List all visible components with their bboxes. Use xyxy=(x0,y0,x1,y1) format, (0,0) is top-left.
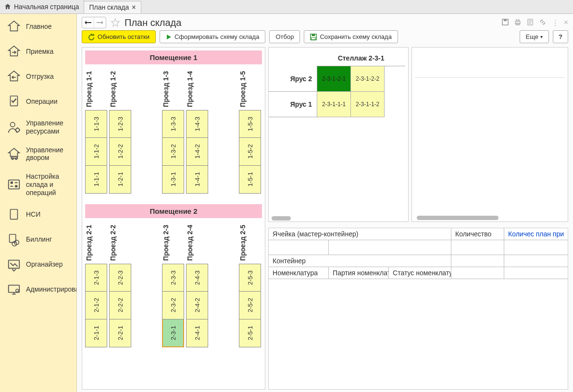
svg-rect-15 xyxy=(9,285,20,292)
tier-cell[interactable]: 2-3-1-2-2 xyxy=(351,66,385,91)
save-scheme-label: Сохранить схему склада xyxy=(320,33,391,40)
save-icon[interactable] xyxy=(501,18,509,27)
sidebar-item-5[interactable]: Управление двором xyxy=(0,141,76,168)
sidebar-item-label: Настройка склада и операций xyxy=(26,172,70,196)
rack-cell[interactable]: 2-5-2 xyxy=(239,292,261,319)
rack-cell[interactable]: 1-5-2 xyxy=(239,138,261,166)
sidebar-item-7[interactable]: ₽НСИ xyxy=(0,202,76,227)
rack-cell[interactable]: 1-5-3 xyxy=(239,110,261,138)
generate-button[interactable]: Сформировать схему склада xyxy=(160,30,266,43)
col-batch[interactable]: Партия номенклатуры xyxy=(329,267,389,279)
house-truck-icon xyxy=(7,147,21,161)
tier-cell[interactable]: 2-3-1-1-2 xyxy=(351,92,385,117)
save-scheme-button[interactable]: Сохранить схему склада xyxy=(304,30,398,43)
rack-cell[interactable]: 2-2-1 xyxy=(109,319,131,347)
rack-cell[interactable]: 2-2-2 xyxy=(109,292,131,319)
rack-cell[interactable]: 2-4-2 xyxy=(186,292,208,319)
house-out-icon xyxy=(7,69,21,84)
sidebar-item-6[interactable]: Настройка склада и операций xyxy=(0,167,76,202)
more-button[interactable]: Еще xyxy=(520,30,549,43)
tier-cell[interactable]: 2-3-1-1-1 xyxy=(317,92,351,117)
col-qty-plan[interactable]: Количес план при xyxy=(504,228,568,240)
filter-button[interactable]: Отбор xyxy=(269,30,300,43)
rack-cell[interactable]: 1-1-1 xyxy=(85,166,107,194)
rack-title: Стеллаж 2-3-1 xyxy=(317,50,405,66)
rack-cell[interactable]: 2-3-2 xyxy=(162,292,184,319)
refresh-icon xyxy=(88,34,95,40)
rack-cell[interactable]: 1-2-3 xyxy=(109,110,131,138)
rack-cell[interactable]: 1-4-1 xyxy=(186,166,208,194)
rack-cell[interactable]: 1-4-2 xyxy=(186,138,208,166)
sidebar-item-4[interactable]: Управление ресурсами xyxy=(0,114,76,141)
sidebar-item-label: Приемка xyxy=(26,48,53,56)
sidebar-item-8[interactable]: Биллинг xyxy=(0,227,76,252)
star-icon[interactable] xyxy=(110,17,121,28)
aisle-label: Проезд 2-5 xyxy=(239,222,261,264)
close-page-icon[interactable]: × xyxy=(564,18,568,27)
nav-forward-button[interactable] xyxy=(94,17,106,28)
rack-cell[interactable]: 2-5-1 xyxy=(239,319,261,347)
rack-cell[interactable]: 1-3-3 xyxy=(162,110,184,138)
svg-rect-20 xyxy=(516,20,519,21)
rack-cell[interactable]: 2-1-2 xyxy=(85,292,107,319)
refresh-button[interactable]: Обновить остатки xyxy=(82,30,156,43)
rack-cell[interactable]: 2-1-3 xyxy=(85,264,107,292)
col-cell[interactable]: Ячейка (мастер-контейнер) xyxy=(269,228,451,240)
sidebar-item-2[interactable]: Отгрузка xyxy=(0,64,76,89)
tier-label: Ярус 1 xyxy=(269,92,317,117)
help-button[interactable]: ? xyxy=(553,30,568,43)
aisle-label: Проезд 2-2 xyxy=(109,222,131,264)
svg-point-16 xyxy=(16,289,19,292)
aisle-label: Проезд 1-5 xyxy=(239,68,261,110)
sidebar-item-10[interactable]: Администрирование xyxy=(0,277,76,302)
sidebar-item-label: Органайзер xyxy=(26,260,62,269)
monitor-gear-icon xyxy=(7,282,21,297)
plan-panel[interactable]: Помещение 1Проезд 1-1Проезд 1-2Проезд 1-… xyxy=(82,47,265,390)
rack-cell[interactable]: 2-4-1 xyxy=(186,319,208,347)
rack-cell[interactable]: 1-3-2 xyxy=(162,138,184,166)
tab-page[interactable]: План склада × xyxy=(84,1,141,13)
print-icon[interactable] xyxy=(514,18,522,27)
sidebar-item-3[interactable]: Операции xyxy=(0,89,76,114)
rack-cell[interactable]: 2-3-3 xyxy=(162,264,184,292)
home-icon xyxy=(4,3,12,11)
more-label: Еще xyxy=(526,33,538,40)
tab-home[interactable]: Начальная страница xyxy=(0,0,84,13)
horizontal-scrollbar[interactable] xyxy=(269,215,408,221)
rack-cell[interactable]: 1-1-3 xyxy=(85,110,107,138)
home-icon xyxy=(7,19,21,34)
rack-cell[interactable]: 2-2-3 xyxy=(109,264,131,292)
rack-panel: Стеллаж 2-3-1Ярус 22-3-1-2-12-3-1-2-2Яру… xyxy=(268,47,409,222)
sidebar: ГлавноеПриемкаОтгрузкаОперацииУправление… xyxy=(0,14,77,392)
rack-cell[interactable]: 2-4-3 xyxy=(186,264,208,292)
tier-cell[interactable]: 2-3-1-2-1 xyxy=(317,66,351,91)
rack-cell[interactable]: 1-2-2 xyxy=(109,138,131,166)
tier-label: Ярус 2 xyxy=(269,66,317,92)
nav-back-button[interactable] xyxy=(82,17,94,28)
rack-cell[interactable]: 2-3-1 xyxy=(162,319,184,347)
col-container[interactable]: Контейнер xyxy=(269,255,451,267)
sidebar-item-1[interactable]: Приемка xyxy=(0,39,76,64)
close-icon[interactable]: × xyxy=(132,3,136,11)
sidebar-item-9[interactable]: Органайзер xyxy=(0,252,76,277)
col-nomen[interactable]: Номенклатура xyxy=(269,267,329,279)
play-icon xyxy=(166,34,172,40)
rack-cell[interactable]: 1-2-1 xyxy=(109,166,131,194)
rack-cell[interactable]: 1-1-2 xyxy=(85,138,107,166)
rack-cell[interactable]: 2-1-1 xyxy=(85,319,107,347)
sidebar-item-label: Операции xyxy=(26,98,58,106)
col-qty[interactable]: Количество xyxy=(451,228,504,240)
rack-cell[interactable]: 1-4-3 xyxy=(186,110,208,138)
rack-cell[interactable]: 2-5-3 xyxy=(239,264,261,292)
rack-cell[interactable]: 1-5-1 xyxy=(239,166,261,194)
page-title: План склада xyxy=(125,17,181,28)
aisle-label: Проезд 2-1 xyxy=(85,222,107,264)
link-icon[interactable] xyxy=(539,18,547,27)
kebab-icon[interactable]: ⋮ xyxy=(551,18,559,27)
sidebar-item-0[interactable]: Главное xyxy=(0,14,76,39)
horizontal-scrollbar[interactable] xyxy=(412,216,568,221)
sliders-icon xyxy=(7,177,21,192)
rack-cell[interactable]: 1-3-1 xyxy=(162,166,184,194)
report-icon[interactable] xyxy=(526,18,534,27)
col-status[interactable]: Статус номенклатуры xyxy=(389,267,451,279)
